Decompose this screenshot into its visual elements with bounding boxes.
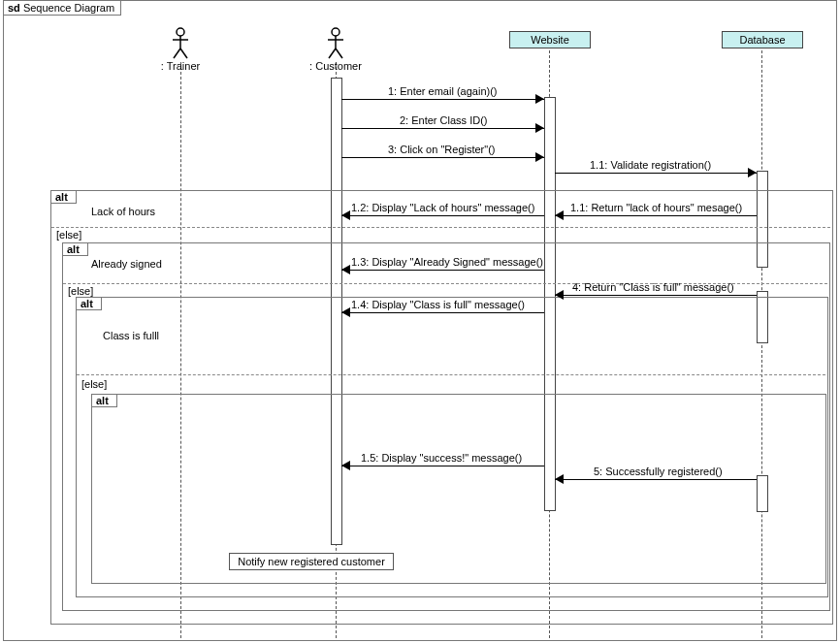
msg-d15-line	[341, 466, 544, 466]
msg-3-arrow	[535, 152, 544, 162]
alt-2-guard: Already signed	[91, 258, 162, 270]
msg-2-arrow	[535, 123, 544, 133]
alt-3-guard: Class is fulll	[103, 330, 159, 341]
svg-line-3	[174, 48, 180, 58]
msg-r4-arrow	[555, 290, 564, 300]
frame-kind: sd	[8, 2, 20, 14]
msg-d14-line	[341, 312, 544, 313]
alt-3-sep	[77, 374, 825, 375]
msg-r5-line	[555, 479, 757, 480]
frame-title: Sequence Diagram	[23, 2, 114, 14]
actor-customer-label: : Customer	[307, 60, 365, 72]
msg-r111-label: 1.1: Return "lack of hours" mesage()	[570, 202, 742, 213]
frame-title-tab: sd Sequence Diagram	[3, 0, 121, 16]
participant-database: Database	[722, 31, 803, 48]
alt-1-tab: alt	[51, 191, 77, 204]
alt-1-else: [else]	[56, 229, 81, 241]
msg-d15-arrow	[341, 461, 350, 470]
msg-d13-arrow	[341, 265, 350, 274]
msg-d12-arrow	[341, 210, 350, 220]
note-notify: Notify new registered customer	[229, 553, 394, 570]
svg-line-4	[180, 48, 187, 58]
msg-1-line	[341, 99, 544, 100]
person-icon	[326, 27, 345, 60]
msg-r111-arrow	[555, 210, 564, 220]
msg-d14-arrow	[341, 307, 350, 317]
alt-1-sep	[51, 227, 830, 228]
alt-3-else: [else]	[81, 378, 107, 390]
alt-4	[91, 394, 826, 584]
msg-3-line	[341, 157, 544, 158]
actor-trainer: : Trainer	[155, 27, 206, 72]
svg-line-9	[336, 48, 342, 58]
alt-1-guard: Lack of hours	[91, 206, 155, 217]
actor-customer: : Customer	[307, 27, 365, 72]
msg-r5-arrow	[555, 474, 564, 484]
alt-4-tab: alt	[92, 395, 117, 407]
msg-d15-label: 1.5: Display "success!" message()	[361, 452, 522, 464]
msg-1-arrow	[535, 94, 544, 104]
msg-d14-label: 1.4: Display "Class is full" message()	[351, 299, 525, 310]
alt-3-tab: alt	[77, 298, 102, 310]
actor-trainer-label: : Trainer	[155, 60, 206, 72]
msg-d13-line	[341, 270, 544, 271]
msg-d12-line	[341, 215, 544, 216]
msg-1-label: 1: Enter email (again)()	[388, 85, 498, 97]
msg-11-label: 1.1: Validate registration()	[590, 159, 711, 171]
svg-point-5	[332, 28, 339, 36]
msg-r4-line	[555, 295, 757, 296]
alt-2-tab: alt	[63, 243, 88, 256]
sequence-diagram: sd Sequence Diagram : Trainer : Customer…	[0, 0, 840, 643]
msg-r4-label: 4: Return "Class is full" message()	[572, 281, 734, 293]
alt-2-else: [else]	[68, 285, 93, 297]
person-icon	[171, 27, 190, 60]
msg-11-arrow	[748, 168, 757, 177]
svg-line-8	[329, 48, 336, 58]
svg-point-0	[177, 28, 184, 36]
msg-2-label: 2: Enter Class ID()	[400, 114, 487, 126]
msg-r5-label: 5: Successfully registered()	[594, 466, 723, 477]
msg-d13-label: 1.3: Display "Already Signed" message()	[351, 256, 543, 268]
msg-3-label: 3: Click on "Register"()	[388, 144, 496, 155]
participant-website: Website	[509, 31, 591, 48]
msg-11-line	[555, 173, 757, 174]
msg-r111-line	[555, 215, 757, 216]
msg-d12-label: 1.2: Display "Lack of hours" message()	[351, 202, 534, 213]
msg-2-line	[341, 128, 544, 129]
